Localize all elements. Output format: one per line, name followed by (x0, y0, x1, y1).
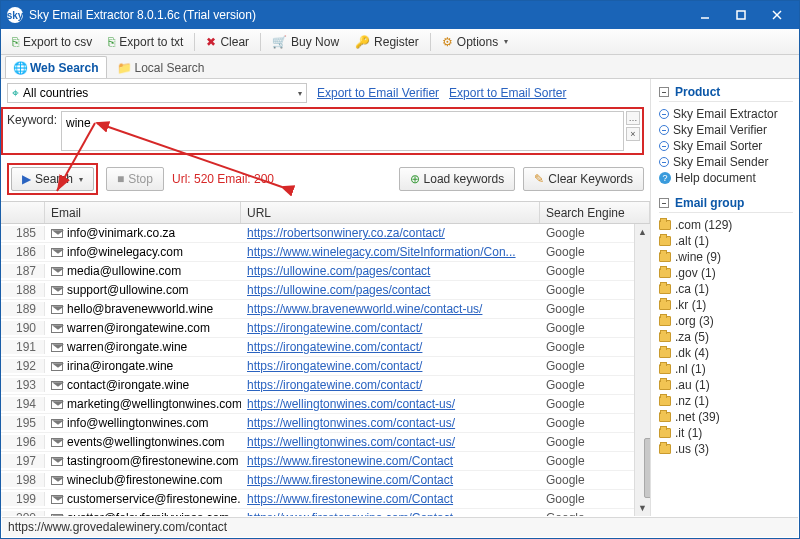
table-row[interactable]: 185info@vinimark.co.zahttps://robertsonw… (1, 224, 650, 243)
row-index: 197 (1, 454, 45, 468)
email-group-item[interactable]: .nl (1) (659, 361, 793, 377)
email-group-item[interactable]: .net (39) (659, 409, 793, 425)
register-button[interactable]: 🔑Register (348, 32, 426, 52)
status-annotation: Url: 520 Email: 200 (172, 172, 274, 186)
email-group-item[interactable]: .dk (4) (659, 345, 793, 361)
keyword-expand-button[interactable]: … (626, 111, 640, 125)
email-group-item[interactable]: .us (3) (659, 441, 793, 457)
table-row[interactable]: 199customerservice@firestonewine....http… (1, 490, 650, 509)
product-item[interactable]: Sky Email Sender (659, 154, 793, 170)
table-row[interactable]: 198wineclub@firestonewine.comhttps://www… (1, 471, 650, 490)
table-row[interactable]: 186info@winelegacy.comhttps://www.winele… (1, 243, 650, 262)
row-url[interactable]: https://wellingtonwines.com/contact-us/ (241, 397, 540, 411)
product-item[interactable]: Sky Email Verifier (659, 122, 793, 138)
col-email[interactable]: Email (45, 202, 241, 223)
scroll-down-icon[interactable]: ▼ (635, 500, 650, 516)
separator (430, 33, 431, 51)
email-group-item[interactable]: .za (5) (659, 329, 793, 345)
email-group-item[interactable]: .gov (1) (659, 265, 793, 281)
row-url[interactable]: https://irongatewine.com/contact/ (241, 378, 540, 392)
table-row[interactable]: 191warren@irongate.winehttps://irongatew… (1, 338, 650, 357)
export-verifier-link[interactable]: Export to Email Verifier (317, 86, 439, 100)
email-group-item[interactable]: .com (129) (659, 217, 793, 233)
plus-icon: ⊕ (410, 172, 420, 186)
export-sorter-link[interactable]: Export to Email Sorter (449, 86, 566, 100)
stop-button[interactable]: ■Stop (106, 167, 164, 191)
folder-icon (659, 332, 671, 342)
row-url[interactable]: https://www.bravenewworld.wine/contact-u… (241, 302, 540, 316)
key-icon: 🔑 (355, 35, 370, 49)
export-csv-button[interactable]: ⎘Export to csv (5, 32, 99, 52)
maximize-button[interactable] (723, 1, 759, 29)
table-row[interactable]: 200avetter@foleyfamilywines.comhttps://w… (1, 509, 650, 516)
table-row[interactable]: 196events@wellingtonwines.comhttps://wel… (1, 433, 650, 452)
table-row[interactable]: 190warren@irongatewine.comhttps://ironga… (1, 319, 650, 338)
product-item[interactable]: Sky Email Extractor (659, 106, 793, 122)
clear-keywords-button[interactable]: ✎Clear Keywords (523, 167, 644, 191)
country-dropdown[interactable]: ⌖ All countries ▾ (7, 83, 307, 103)
row-url[interactable]: https://irongatewine.com/contact/ (241, 359, 540, 373)
col-index[interactable] (1, 202, 45, 223)
email-group-item[interactable]: .nz (1) (659, 393, 793, 409)
email-group-item[interactable]: .wine (9) (659, 249, 793, 265)
table-row[interactable]: 192irina@irongate.winehttps://irongatewi… (1, 357, 650, 376)
row-url[interactable]: https://robertsonwinery.co.za/contact/ (241, 226, 540, 240)
clear-button[interactable]: ✖Clear (199, 32, 256, 52)
row-url[interactable]: https://www.firestonewine.com/Contact (241, 454, 540, 468)
email-group-item[interactable]: .ca (1) (659, 281, 793, 297)
email-group-item[interactable]: .kr (1) (659, 297, 793, 313)
collapse-icon[interactable] (659, 198, 669, 208)
play-icon: ▶ (22, 172, 31, 186)
email-group-item[interactable]: .org (3) (659, 313, 793, 329)
row-url[interactable]: https://irongatewine.com/contact/ (241, 340, 540, 354)
email-group-item[interactable]: .au (1) (659, 377, 793, 393)
row-url[interactable]: https://wellingtonwines.com/contact-us/ (241, 435, 540, 449)
scroll-thumb[interactable] (644, 438, 651, 498)
table-row[interactable]: 195info@wellingtonwines.comhttps://welli… (1, 414, 650, 433)
search-highlight: ▶Search▾ (7, 163, 98, 195)
table-row[interactable]: 193contact@irongate.winehttps://irongate… (1, 376, 650, 395)
tab-web-search[interactable]: 🌐Web Search (5, 56, 107, 78)
email-group-item[interactable]: .it (1) (659, 425, 793, 441)
keyword-input[interactable] (61, 111, 624, 151)
buy-now-button[interactable]: 🛒Buy Now (265, 32, 346, 52)
tab-local-search[interactable]: 📁Local Search (109, 56, 213, 78)
row-url[interactable]: https://www.firestonewine.com/Contact (241, 492, 540, 506)
table-row[interactable]: 188support@ullowine.comhttps://ullowine.… (1, 281, 650, 300)
table-row[interactable]: 194marketing@wellingtonwines.comhttps://… (1, 395, 650, 414)
collapse-icon[interactable] (659, 87, 669, 97)
row-url[interactable]: https://www.firestonewine.com/Contact (241, 511, 540, 516)
row-url[interactable]: https://ullowine.com/pages/contact (241, 264, 540, 278)
mail-icon (51, 286, 63, 295)
email-group-item[interactable]: .alt (1) (659, 233, 793, 249)
table-row[interactable]: 187media@ullowine.comhttps://ullowine.co… (1, 262, 650, 281)
row-url[interactable]: https://www.winelegacy.com/SiteInformati… (241, 245, 540, 259)
table-row[interactable]: 189hello@bravenewworld.winehttps://www.b… (1, 300, 650, 319)
row-email: media@ullowine.com (45, 264, 241, 278)
row-url[interactable]: https://irongatewine.com/contact/ (241, 321, 540, 335)
keyword-label: Keyword: (3, 109, 61, 131)
product-item[interactable]: ?Help document (659, 170, 793, 186)
row-email: warren@irongate.wine (45, 340, 241, 354)
row-url[interactable]: https://wellingtonwines.com/contact-us/ (241, 416, 540, 430)
row-url[interactable]: https://ullowine.com/pages/contact (241, 283, 540, 297)
folder-icon (659, 444, 671, 454)
table-row[interactable]: 197tastingroom@firestonewine.comhttps://… (1, 452, 650, 471)
scroll-up-icon[interactable]: ▲ (635, 224, 650, 240)
col-search-engine[interactable]: Search Engine (540, 202, 650, 223)
mail-icon (51, 305, 63, 314)
vertical-scrollbar[interactable]: ▲ ▼ (634, 224, 650, 516)
product-item[interactable]: Sky Email Sorter (659, 138, 793, 154)
keyword-clear-button[interactable]: × (626, 127, 640, 141)
row-email: info@wellingtonwines.com (45, 416, 241, 430)
col-url[interactable]: URL (241, 202, 540, 223)
export-txt-button[interactable]: ⎘Export to txt (101, 32, 190, 52)
search-button[interactable]: ▶Search▾ (11, 167, 94, 191)
email-group-panel: Email group .com (129).alt (1).wine (9).… (659, 196, 793, 457)
row-url[interactable]: https://www.firestonewine.com/Contact (241, 473, 540, 487)
options-button[interactable]: ⚙Options▾ (435, 32, 515, 52)
load-keywords-button[interactable]: ⊕Load keywords (399, 167, 516, 191)
close-button[interactable] (759, 1, 795, 29)
minimize-button[interactable] (687, 1, 723, 29)
export-icon: ⎘ (12, 35, 19, 49)
